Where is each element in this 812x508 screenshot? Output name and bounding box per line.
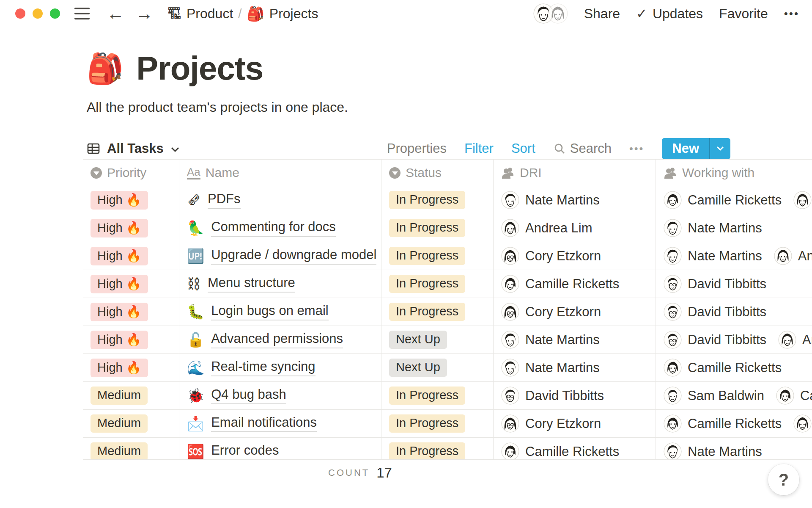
priority-pill[interactable]: High 🔥 [91,359,148,377]
priority-pill[interactable]: Medium [91,414,148,433]
minimize-window-button[interactable] [33,8,43,19]
status-pill[interactable]: In Progress [389,303,465,321]
table-row: High 🔥 🦜Commenting for docs In Progress … [83,214,812,242]
task-page-link[interactable]: Error codes [211,443,279,459]
column-header-dri[interactable]: DRI [494,160,656,186]
person-name: David Tibbitts [688,276,766,292]
sidebar-menu-icon[interactable] [74,8,90,19]
status-pill[interactable]: In Progress [389,387,465,405]
zoom-window-button[interactable] [50,8,60,19]
avatar [664,247,682,265]
task-page-link[interactable]: Login bugs on email [211,303,328,320]
close-window-button[interactable] [15,8,25,19]
priority-pill[interactable]: High 🔥 [91,303,148,321]
person-chip[interactable]: Nate Martins [501,331,600,349]
person-chip[interactable]: Camille Ricketts [501,442,619,459]
column-header-working-with[interactable]: Working with [656,160,812,186]
filter-button[interactable]: Filter [464,141,494,156]
count-value[interactable]: 17 [376,465,392,481]
task-page-link[interactable]: Commenting for docs [211,219,336,237]
task-page-link[interactable]: Menu structure [208,275,295,293]
person-chip[interactable]: Nate Martins [501,191,600,209]
priority-pill[interactable]: High 🔥 [91,219,148,237]
person-chip[interactable]: Camille Ricketts [664,191,782,209]
person-chip[interactable]: David Tibbitts [664,275,766,293]
person-chip[interactable]: An [793,414,812,433]
person-chip[interactable]: Andr [778,331,812,349]
properties-button[interactable]: Properties [387,141,447,156]
table-header-row: Priority Aa Name Status DRI Working with [83,159,812,186]
status-pill[interactable]: In Progress [389,414,465,433]
person-chip[interactable]: Nate Martins [664,219,762,237]
status-pill[interactable]: In Progress [389,191,465,209]
status-pill[interactable]: In Progress [389,247,465,265]
person-chip[interactable]: Sam Baldwin [664,387,764,405]
person-chip[interactable]: Camille Ricketts [664,359,782,377]
view-switcher[interactable]: All Tasks [87,141,180,156]
priority-pill[interactable]: High 🔥 [91,247,148,265]
priority-pill[interactable]: High 🔥 [91,331,148,349]
chevron-down-icon [716,146,724,152]
table-view-icon [87,142,100,155]
person-chip[interactable]: David Tibbitts [501,387,604,405]
page-description[interactable]: All the product team's projects in one p… [87,99,812,115]
person-chip[interactable]: David Tibbitts [664,303,766,321]
favorite-button[interactable]: Favorite [719,6,768,22]
forward-arrow-icon[interactable]: → [135,5,153,22]
person-chip[interactable]: Andre [774,247,812,265]
person-chip[interactable]: Camil [776,387,812,405]
status-pill[interactable]: Next Up [389,359,447,377]
task-page-link[interactable]: Real-time syncing [211,359,315,376]
column-header-priority[interactable]: Priority [83,160,179,186]
priority-pill[interactable]: High 🔥 [91,191,148,210]
task-page-link[interactable]: Q4 bug bash [211,387,286,404]
updates-button[interactable]: ✓ Updates [636,6,703,22]
sort-button[interactable]: Sort [511,141,535,156]
person-name: Nate Martins [525,332,600,348]
help-button[interactable]: ? [768,464,799,495]
page-icon-backpack[interactable]: 🎒 [87,54,123,83]
table-row: High 🔥 🐛Login bugs on email In Progress … [83,298,812,326]
breadcrumb-item-product[interactable]: 🏗 Product [167,6,233,22]
page-title[interactable]: Projects [136,49,263,88]
task-page-link[interactable]: Upgrade / downgrade model [211,247,376,265]
person-chip[interactable]: Camille Ricketts [501,275,619,293]
new-dropdown-button[interactable] [710,138,730,159]
status-pill[interactable]: In Progress [389,442,465,459]
status-pill[interactable]: In Progress [389,219,465,237]
person-chip[interactable]: Andrea Lim [501,219,593,237]
person-name: Camil [800,388,812,403]
person-chip[interactable]: Camille Ricketts [664,414,782,433]
select-property-icon [389,167,401,179]
person-chip[interactable]: Nate Martins [664,247,762,265]
breadcrumb-item-projects[interactable]: 🎒 Projects [247,6,318,22]
new-button[interactable]: New [662,138,730,159]
priority-pill[interactable]: High 🔥 [91,275,148,293]
task-page-link[interactable]: PDFs [208,191,241,209]
new-button-label[interactable]: New [662,138,709,159]
more-options-icon[interactable]: ••• [784,7,799,20]
person-chip[interactable]: Nate Martins [501,359,600,377]
view-more-options-icon[interactable]: ••• [629,143,644,155]
share-button[interactable]: Share [584,6,620,22]
status-pill[interactable]: In Progress [389,275,465,293]
person-chip[interactable]: David Tibbitts [664,331,766,349]
task-page-link[interactable]: Advanced permissions [211,331,343,348]
favorite-label: Favorite [719,6,768,22]
person-chip[interactable]: Nate Martins [664,442,762,459]
person-chip[interactable]: An [793,191,812,209]
task-page-link[interactable]: Email notifications [211,415,317,432]
priority-pill[interactable]: Medium [91,387,148,405]
person-chip[interactable]: Cory Etzkorn [501,247,601,265]
column-header-name[interactable]: Aa Name [179,160,381,186]
priority-pill[interactable]: Medium [91,442,148,459]
person-chip[interactable]: Cory Etzkorn [501,303,601,321]
person-chip[interactable]: Cory Etzkorn [501,414,601,433]
person-name: Nate Martins [688,221,762,236]
search-button[interactable]: Search [553,141,612,156]
back-arrow-icon[interactable]: ← [107,5,124,22]
check-icon: ✓ [636,6,647,22]
person-name: David Tibbitts [688,304,766,320]
status-pill[interactable]: Next Up [389,331,447,349]
column-header-status[interactable]: Status [381,160,494,186]
